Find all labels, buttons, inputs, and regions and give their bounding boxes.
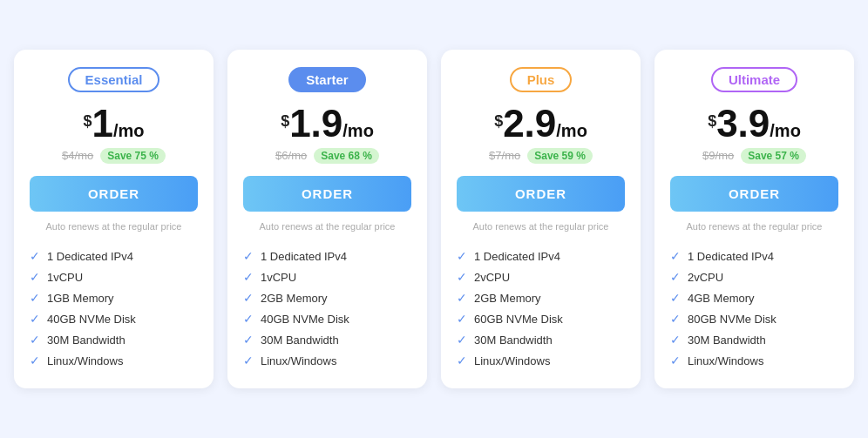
feature-item: ✓ 1vCPU — [30, 270, 198, 284]
feature-text: 40GB NVMe Disk — [261, 313, 349, 326]
price-suffix-plus: /mo — [556, 121, 587, 140]
order-button-ultimate[interactable]: ORDER — [670, 176, 838, 212]
check-icon: ✓ — [670, 270, 681, 284]
plan-card-plus: Plus $2.9/mo $7/mo Save 59 % ORDER Auto … — [441, 50, 641, 388]
feature-text: Linux/Windows — [47, 354, 123, 367]
feature-item: ✓ 1vCPU — [243, 270, 411, 284]
plan-price-ultimate: $3.9/mo — [670, 104, 838, 143]
feature-item: ✓ 30M Bandwidth — [670, 333, 838, 347]
check-icon: ✓ — [243, 291, 254, 305]
feature-item: ✓ 30M Bandwidth — [457, 333, 625, 347]
price-suffix-ultimate: /mo — [770, 121, 801, 140]
feature-item: ✓ 40GB NVMe Disk — [30, 312, 198, 326]
price-dollar-plus: $ — [494, 112, 503, 130]
feature-text: 1 Dedicated IPv4 — [261, 250, 347, 263]
price-suffix-essential: /mo — [113, 121, 145, 140]
feature-text: 2vCPU — [688, 271, 723, 284]
check-icon: ✓ — [457, 270, 467, 284]
feature-text: 1vCPU — [47, 271, 83, 284]
feature-text: 1GB Memory — [47, 292, 114, 305]
feature-text: Linux/Windows — [261, 354, 336, 367]
price-amount-ultimate: 3.9 — [716, 102, 770, 145]
check-icon: ✓ — [30, 270, 40, 284]
feature-text: 40GB NVMe Disk — [47, 313, 136, 326]
plan-original-essential: $4/mo Save 75 % — [30, 148, 198, 164]
feature-text: Linux/Windows — [688, 354, 763, 367]
feature-item: ✓ 40GB NVMe Disk — [243, 312, 411, 326]
feature-text: 80GB NVMe Disk — [688, 313, 776, 326]
feature-item: ✓ 60GB NVMe Disk — [457, 312, 625, 326]
plan-badge-starter: Starter — [288, 67, 365, 92]
feature-item: ✓ Linux/Windows — [30, 354, 198, 367]
check-icon: ✓ — [457, 249, 467, 263]
feature-text: 1 Dedicated IPv4 — [47, 250, 133, 263]
feature-item: ✓ 2vCPU — [670, 270, 838, 284]
order-button-essential[interactable]: ORDER — [30, 176, 198, 212]
feature-text: 2GB Memory — [261, 292, 328, 305]
price-amount-essential: 1 — [92, 102, 112, 145]
feature-item: ✓ 1 Dedicated IPv4 — [457, 249, 625, 263]
plan-original-plus: $7/mo Save 59 % — [457, 148, 625, 164]
features-list-starter: ✓ 1 Dedicated IPv4 ✓ 1vCPU ✓ 2GB Memory — [243, 249, 411, 367]
auto-renew-plus: Auto renews at the regular price — [457, 220, 625, 233]
plan-price-plus: $2.9/mo — [457, 104, 625, 143]
feature-text: 30M Bandwidth — [688, 334, 766, 347]
feature-text: 1vCPU — [261, 271, 296, 284]
order-button-plus[interactable]: ORDER — [457, 176, 625, 212]
plan-card-starter: Starter $1.9/mo $6/mo Save 68 % ORDER Au… — [227, 50, 427, 388]
feature-item: ✓ 80GB NVMe Disk — [670, 312, 838, 326]
feature-text: 2vCPU — [474, 271, 510, 284]
plan-original-starter: $6/mo Save 68 % — [243, 148, 411, 164]
price-amount-plus: 2.9 — [503, 102, 556, 145]
feature-text: 4GB Memory — [688, 292, 755, 305]
check-icon: ✓ — [243, 333, 254, 347]
price-suffix-starter: /mo — [342, 121, 374, 140]
price-dollar-essential: $ — [83, 112, 92, 130]
check-icon: ✓ — [243, 249, 254, 263]
check-icon: ✓ — [30, 291, 40, 305]
plan-badge-plus: Plus — [510, 67, 573, 92]
check-icon: ✓ — [670, 312, 681, 326]
plan-badge-essential: Essential — [68, 67, 160, 92]
auto-renew-ultimate: Auto renews at the regular price — [670, 220, 838, 233]
check-icon: ✓ — [30, 333, 40, 347]
feature-item: ✓ 4GB Memory — [670, 291, 838, 305]
save-badge-plus: Save 59 % — [527, 148, 593, 164]
original-price-essential: $4/mo — [62, 149, 93, 162]
plan-original-ultimate: $9/mo Save 57 % — [670, 148, 838, 164]
check-icon: ✓ — [457, 291, 467, 305]
check-icon: ✓ — [243, 312, 254, 326]
order-button-starter[interactable]: ORDER — [243, 176, 411, 212]
feature-item: ✓ Linux/Windows — [670, 354, 838, 367]
plan-header-starter: Starter — [243, 67, 411, 92]
feature-item: ✓ 1 Dedicated IPv4 — [243, 249, 411, 263]
plan-card-essential: Essential $1/mo $4/mo Save 75 % ORDER Au… — [14, 50, 214, 388]
price-dollar-starter: $ — [281, 112, 289, 130]
features-list-ultimate: ✓ 1 Dedicated IPv4 ✓ 2vCPU ✓ 4GB Memory — [670, 249, 838, 367]
feature-item: ✓ Linux/Windows — [243, 354, 411, 367]
check-icon: ✓ — [243, 354, 254, 367]
plan-price-starter: $1.9/mo — [243, 104, 411, 143]
feature-item: ✓ Linux/Windows — [457, 354, 625, 367]
features-list-plus: ✓ 1 Dedicated IPv4 ✓ 2vCPU ✓ 2GB Memory — [457, 249, 625, 367]
feature-item: ✓ 30M Bandwidth — [243, 333, 411, 347]
feature-text: 1 Dedicated IPv4 — [688, 250, 774, 263]
feature-text: Linux/Windows — [474, 354, 550, 367]
plans-container: Essential $1/mo $4/mo Save 75 % ORDER Au… — [14, 50, 854, 388]
original-price-plus: $7/mo — [489, 149, 520, 162]
check-icon: ✓ — [30, 249, 40, 263]
original-price-ultimate: $9/mo — [702, 149, 734, 162]
check-icon: ✓ — [670, 354, 681, 367]
check-icon: ✓ — [670, 249, 681, 263]
auto-renew-essential: Auto renews at the regular price — [30, 220, 198, 233]
plan-card-ultimate: Ultimate $3.9/mo $9/mo Save 57 % ORDER A… — [654, 50, 854, 388]
features-list-essential: ✓ 1 Dedicated IPv4 ✓ 1vCPU ✓ 1GB Memory — [30, 249, 198, 367]
plan-header-essential: Essential — [30, 67, 198, 92]
check-icon: ✓ — [457, 312, 467, 326]
plan-header-plus: Plus — [457, 67, 625, 92]
plan-badge-ultimate: Ultimate — [711, 67, 797, 92]
save-badge-ultimate: Save 57 % — [741, 148, 806, 164]
original-price-starter: $6/mo — [275, 149, 307, 162]
check-icon: ✓ — [30, 354, 40, 367]
save-badge-starter: Save 68 % — [314, 148, 379, 164]
